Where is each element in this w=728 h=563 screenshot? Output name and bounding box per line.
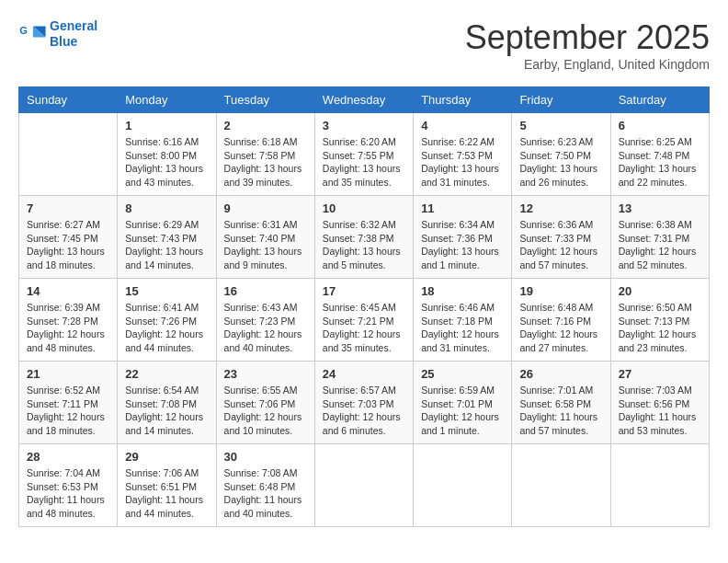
day-number: 1 [125, 119, 208, 132]
day-number: 23 [224, 367, 307, 381]
day-number: 29 [125, 450, 208, 464]
calendar-cell: 21Sunrise: 6:52 AMSunset: 7:11 PMDayligh… [19, 362, 118, 444]
calendar-cell: 4Sunrise: 6:22 AMSunset: 7:53 PMDaylight… [414, 113, 512, 196]
calendar-cell: 10Sunrise: 6:32 AMSunset: 7:38 PMDayligh… [314, 196, 413, 279]
weekday-header: Monday [118, 87, 216, 113]
day-number: 4 [421, 119, 504, 132]
calendar-week-row: 7Sunrise: 6:27 AMSunset: 7:45 PMDaylight… [19, 196, 710, 279]
weekday-header: Wednesday [314, 87, 413, 113]
calendar-cell [314, 444, 413, 527]
day-info: Sunrise: 6:31 AMSunset: 7:40 PMDaylight:… [224, 218, 307, 272]
day-info: Sunrise: 6:50 AMSunset: 7:13 PMDaylight:… [619, 301, 701, 355]
day-number: 19 [519, 284, 602, 298]
calendar-cell: 14Sunrise: 6:39 AMSunset: 7:28 PMDayligh… [19, 279, 118, 362]
day-number: 17 [323, 284, 405, 298]
calendar-cell: 15Sunrise: 6:41 AMSunset: 7:26 PMDayligh… [118, 279, 216, 362]
svg-text:G: G [19, 25, 28, 36]
day-info: Sunrise: 6:41 AMSunset: 7:26 PMDaylight:… [125, 301, 208, 355]
day-info: Sunrise: 6:25 AMSunset: 7:48 PMDaylight:… [619, 135, 701, 190]
day-number: 13 [619, 201, 701, 215]
logo-icon: G [18, 23, 46, 45]
day-number: 9 [224, 201, 307, 215]
day-number: 2 [224, 119, 307, 132]
weekday-header-row: SundayMondayTuesdayWednesdayThursdayFrid… [19, 87, 710, 113]
calendar-cell: 1Sunrise: 6:16 AMSunset: 8:00 PMDaylight… [118, 113, 216, 196]
weekday-header: Saturday [610, 87, 709, 113]
day-info: Sunrise: 6:48 AMSunset: 7:16 PMDaylight:… [519, 301, 602, 355]
day-info: Sunrise: 6:52 AMSunset: 7:11 PMDaylight:… [27, 384, 109, 438]
calendar-cell: 11Sunrise: 6:34 AMSunset: 7:36 PMDayligh… [414, 196, 512, 279]
calendar-cell: 3Sunrise: 6:20 AMSunset: 7:55 PMDaylight… [314, 113, 413, 196]
day-info: Sunrise: 6:57 AMSunset: 7:03 PMDaylight:… [323, 384, 405, 438]
calendar-cell [610, 444, 709, 527]
calendar-cell: 5Sunrise: 6:23 AMSunset: 7:50 PMDaylight… [512, 113, 610, 196]
day-number: 25 [421, 367, 504, 381]
month-title: September 2025 [465, 18, 710, 57]
calendar-cell: 9Sunrise: 6:31 AMSunset: 7:40 PMDaylight… [216, 196, 314, 279]
calendar-cell: 13Sunrise: 6:38 AMSunset: 7:31 PMDayligh… [610, 196, 709, 279]
day-info: Sunrise: 6:43 AMSunset: 7:23 PMDaylight:… [224, 301, 307, 355]
day-number: 7 [27, 201, 109, 215]
day-info: Sunrise: 6:55 AMSunset: 7:06 PMDaylight:… [224, 384, 307, 438]
calendar-cell: 2Sunrise: 6:18 AMSunset: 7:58 PMDaylight… [216, 113, 314, 196]
calendar-cell: 18Sunrise: 6:46 AMSunset: 7:18 PMDayligh… [414, 279, 512, 362]
calendar-week-row: 28Sunrise: 7:04 AMSunset: 6:53 PMDayligh… [19, 444, 710, 527]
day-info: Sunrise: 6:36 AMSunset: 7:33 PMDaylight:… [519, 218, 602, 272]
day-number: 11 [421, 201, 504, 215]
weekday-header: Sunday [19, 87, 118, 113]
day-info: Sunrise: 6:22 AMSunset: 7:53 PMDaylight:… [421, 135, 504, 190]
calendar-cell: 17Sunrise: 6:45 AMSunset: 7:21 PMDayligh… [314, 279, 413, 362]
calendar-week-row: 1Sunrise: 6:16 AMSunset: 8:00 PMDaylight… [19, 113, 710, 196]
calendar-cell: 12Sunrise: 6:36 AMSunset: 7:33 PMDayligh… [512, 196, 610, 279]
day-info: Sunrise: 6:27 AMSunset: 7:45 PMDaylight:… [27, 218, 109, 272]
day-number: 24 [323, 367, 405, 381]
day-number: 26 [519, 367, 602, 381]
logo-text: General Blue [50, 18, 97, 50]
day-info: Sunrise: 6:20 AMSunset: 7:55 PMDaylight:… [323, 135, 405, 190]
day-info: Sunrise: 6:45 AMSunset: 7:21 PMDaylight:… [323, 301, 405, 355]
day-number: 22 [125, 367, 208, 381]
day-number: 18 [421, 284, 504, 298]
day-info: Sunrise: 7:03 AMSunset: 6:56 PMDaylight:… [619, 384, 701, 438]
calendar-cell [414, 444, 512, 527]
day-number: 15 [125, 284, 208, 298]
day-info: Sunrise: 6:23 AMSunset: 7:50 PMDaylight:… [519, 135, 602, 190]
logo: G General Blue [18, 18, 97, 50]
day-number: 14 [27, 284, 109, 298]
day-info: Sunrise: 6:46 AMSunset: 7:18 PMDaylight:… [421, 301, 504, 355]
calendar-cell: 23Sunrise: 6:55 AMSunset: 7:06 PMDayligh… [216, 362, 314, 444]
day-number: 10 [323, 201, 405, 215]
day-info: Sunrise: 7:06 AMSunset: 6:51 PMDaylight:… [125, 466, 208, 521]
calendar-cell: 6Sunrise: 6:25 AMSunset: 7:48 PMDaylight… [610, 113, 709, 196]
day-number: 6 [619, 119, 701, 132]
day-number: 5 [519, 119, 602, 132]
calendar-cell: 24Sunrise: 6:57 AMSunset: 7:03 PMDayligh… [314, 362, 413, 444]
weekday-header: Thursday [414, 87, 512, 113]
day-info: Sunrise: 7:04 AMSunset: 6:53 PMDaylight:… [27, 466, 109, 521]
calendar-week-row: 14Sunrise: 6:39 AMSunset: 7:28 PMDayligh… [19, 279, 710, 362]
calendar-week-row: 21Sunrise: 6:52 AMSunset: 7:11 PMDayligh… [19, 362, 710, 444]
title-block: September 2025 Earby, England, United Ki… [465, 18, 710, 72]
weekday-header: Tuesday [216, 87, 314, 113]
calendar-cell: 19Sunrise: 6:48 AMSunset: 7:16 PMDayligh… [512, 279, 610, 362]
calendar-table: SundayMondayTuesdayWednesdayThursdayFrid… [18, 86, 710, 527]
calendar-cell: 8Sunrise: 6:29 AMSunset: 7:43 PMDaylight… [118, 196, 216, 279]
day-number: 20 [619, 284, 701, 298]
location: Earby, England, United Kingdom [465, 57, 710, 72]
calendar-cell: 29Sunrise: 7:06 AMSunset: 6:51 PMDayligh… [118, 444, 216, 527]
day-info: Sunrise: 6:32 AMSunset: 7:38 PMDaylight:… [323, 218, 405, 272]
day-info: Sunrise: 6:18 AMSunset: 7:58 PMDaylight:… [224, 135, 307, 190]
calendar-cell: 22Sunrise: 6:54 AMSunset: 7:08 PMDayligh… [118, 362, 216, 444]
calendar-cell: 26Sunrise: 7:01 AMSunset: 6:58 PMDayligh… [512, 362, 610, 444]
day-number: 30 [224, 450, 307, 464]
day-number: 8 [125, 201, 208, 215]
day-number: 28 [27, 450, 109, 464]
page-header: G General Blue September 2025 Earby, Eng… [18, 18, 710, 72]
day-info: Sunrise: 7:08 AMSunset: 6:48 PMDaylight:… [224, 466, 307, 521]
calendar-cell: 20Sunrise: 6:50 AMSunset: 7:13 PMDayligh… [610, 279, 709, 362]
day-number: 3 [323, 119, 405, 132]
calendar-cell: 27Sunrise: 7:03 AMSunset: 6:56 PMDayligh… [610, 362, 709, 444]
day-number: 16 [224, 284, 307, 298]
day-info: Sunrise: 6:38 AMSunset: 7:31 PMDaylight:… [619, 218, 701, 272]
day-info: Sunrise: 6:59 AMSunset: 7:01 PMDaylight:… [421, 384, 504, 438]
